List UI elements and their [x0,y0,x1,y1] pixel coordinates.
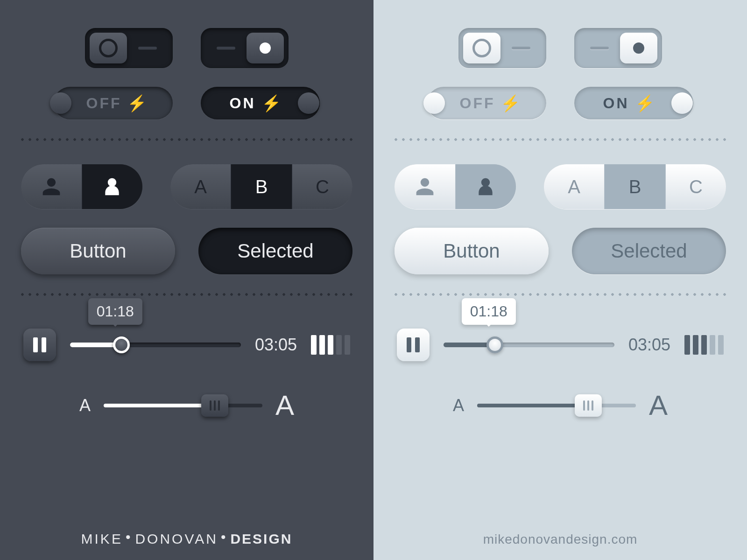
pill-toggle-on[interactable]: ON ⚡ [201,87,320,119]
toggle-ball-icon [671,92,693,114]
volume-bar-icon [345,335,350,355]
abc-segment: A B C [170,164,352,209]
toggle-knob-ring-icon [90,33,127,63]
person-male-icon [41,176,62,197]
grip-icon [218,400,220,411]
gender-segment [21,164,142,209]
volume-indicator[interactable] [684,335,724,355]
person-female-icon [102,176,122,197]
button-selected[interactable]: Selected [198,228,352,274]
toggle-track-icon [217,47,235,49]
lightning-icon: ⚡ [635,94,656,112]
on-label: ON [230,95,256,112]
dark-theme-panel: OFF ⚡ ON ⚡ A B C Button Selected [0,0,374,560]
brand-part: DESIGN [230,531,292,546]
divider-dots [392,293,728,296]
font-max-label: A [275,389,294,421]
volume-bar-icon [684,335,690,355]
toggle-knob-dot-icon [620,33,657,63]
progress-knob[interactable]: 01:18 [113,336,130,353]
brand-part: DONOVAN [135,531,218,546]
volume-bar-icon [336,335,342,355]
toggle-track-icon [138,47,157,49]
footer-url: mikedonovandesign.com [374,532,747,547]
divider-dots [19,138,355,141]
font-slider-fill [477,404,588,407]
pause-icon [407,337,411,352]
button-normal[interactable]: Button [395,228,549,274]
lightning-icon: ⚡ [127,94,148,112]
person-male-icon [415,176,435,197]
toggle-knob-dot-icon [247,33,284,63]
font-max-label: A [649,389,668,421]
grip-icon [583,400,585,411]
footer-brand: MIKE•DONOVAN•DESIGN [0,531,374,547]
grip-icon [214,400,216,411]
font-size-slider-row: A A [19,389,355,421]
divider-dots [19,293,355,296]
button-selected[interactable]: Selected [572,228,726,274]
grip-icon [592,400,593,411]
square-toggle-on[interactable] [201,28,289,68]
segment-a[interactable]: A [544,164,605,209]
segment-female[interactable] [82,164,143,209]
person-female-icon [475,176,496,197]
segment-male[interactable] [21,164,82,209]
pill-toggle-off[interactable]: OFF ⚡ [54,87,173,119]
time-tooltip: 01:18 [462,298,516,325]
toggle-track-icon [512,47,530,49]
font-slider-fill [104,404,215,407]
segment-a[interactable]: A [170,164,231,209]
progress-knob[interactable]: 01:18 [486,336,503,353]
on-label: ON [603,95,629,112]
media-scrubber-row: 01:18 03:05 [392,329,728,361]
font-slider-track[interactable] [104,404,262,407]
toggle-ball-icon [423,92,445,114]
pause-button[interactable] [397,329,430,361]
off-label: OFF [460,95,495,112]
off-label: OFF [86,95,122,112]
segment-female[interactable] [456,164,516,209]
volume-bar-icon [693,335,698,355]
button-normal[interactable]: Button [21,228,175,274]
toggle-track-icon [590,47,609,49]
lightning-icon: ⚡ [500,94,522,112]
segment-c[interactable]: C [666,164,726,209]
pill-toggle-on[interactable]: ON ⚡ [574,87,693,119]
volume-bar-icon [328,335,333,355]
toggle-ball-icon [50,92,71,114]
media-scrubber-row: 01:18 03:05 [19,329,355,361]
square-toggle-on[interactable] [574,28,662,68]
segment-b[interactable]: B [605,164,665,209]
font-size-slider-row: A A [392,389,728,421]
font-slider-knob[interactable] [575,394,602,417]
square-toggle-off[interactable] [85,28,173,68]
font-slider-knob[interactable] [201,394,228,417]
segment-c[interactable]: C [292,164,352,209]
square-toggle-off[interactable] [458,28,546,68]
pause-icon [42,337,46,352]
segment-male[interactable] [395,164,456,209]
brand-part: MIKE [81,531,123,546]
pause-icon [33,337,38,352]
volume-bar-icon [710,335,715,355]
progress-track[interactable]: 01:18 [70,343,241,347]
segment-b[interactable]: B [231,164,292,209]
grip-icon [210,400,211,411]
volume-indicator[interactable] [311,335,350,355]
pause-button[interactable] [23,329,56,361]
grip-icon [587,400,589,411]
toggle-ball-icon [298,92,319,114]
duration-label: 03:05 [255,335,297,355]
toggle-knob-ring-icon [463,33,500,63]
time-tooltip: 01:18 [88,298,142,325]
volume-bar-icon [701,335,707,355]
progress-track[interactable]: 01:18 [444,343,614,347]
volume-bar-icon [319,335,325,355]
pause-icon [415,337,420,352]
pill-toggle-off[interactable]: OFF ⚡ [427,87,546,119]
volume-bar-icon [718,335,724,355]
duration-label: 03:05 [628,335,670,355]
divider-dots [392,138,728,141]
font-slider-track[interactable] [477,404,636,407]
